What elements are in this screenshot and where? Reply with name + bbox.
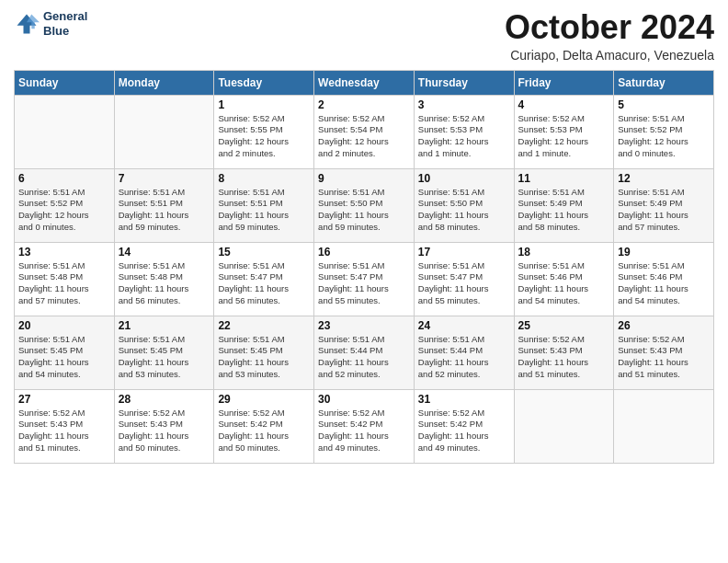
day-info: Sunrise: 5:52 AMSunset: 5:53 PMDaylight:… [418, 113, 510, 160]
day-number: 30 [318, 393, 410, 406]
calendar-cell: 19Sunrise: 5:51 AMSunset: 5:46 PMDayligh… [614, 242, 714, 316]
calendar-cell [614, 389, 714, 463]
day-info: Sunrise: 5:52 AMSunset: 5:43 PMDaylight:… [618, 334, 710, 381]
day-number: 27 [18, 393, 110, 406]
calendar-cell: 18Sunrise: 5:51 AMSunset: 5:46 PMDayligh… [514, 242, 614, 316]
day-number: 2 [318, 98, 410, 111]
day-info: Sunrise: 5:51 AMSunset: 5:48 PMDaylight:… [18, 260, 110, 307]
day-number: 6 [18, 172, 110, 185]
day-info: Sunrise: 5:51 AMSunset: 5:46 PMDaylight:… [518, 260, 610, 307]
day-info: Sunrise: 5:51 AMSunset: 5:47 PMDaylight:… [418, 260, 510, 307]
day-info: Sunrise: 5:51 AMSunset: 5:46 PMDaylight:… [618, 260, 710, 307]
day-number: 23 [318, 319, 410, 332]
day-number: 1 [218, 98, 310, 111]
day-number: 12 [618, 172, 710, 185]
calendar-cell [15, 95, 115, 168]
day-info: Sunrise: 5:51 AMSunset: 5:52 PMDaylight:… [618, 113, 710, 160]
day-info: Sunrise: 5:52 AMSunset: 5:55 PMDaylight:… [218, 113, 310, 160]
calendar-cell: 30Sunrise: 5:52 AMSunset: 5:42 PMDayligh… [314, 389, 415, 463]
day-number: 21 [119, 319, 210, 332]
day-info: Sunrise: 5:52 AMSunset: 5:43 PMDaylight:… [18, 408, 110, 454]
day-number: 28 [119, 393, 210, 406]
day-info: Sunrise: 5:51 AMSunset: 5:47 PMDaylight:… [218, 260, 310, 307]
calendar-cell [114, 95, 214, 168]
day-info: Sunrise: 5:51 AMSunset: 5:51 PMDaylight:… [119, 187, 210, 234]
calendar-cell: 27Sunrise: 5:52 AMSunset: 5:43 PMDayligh… [15, 389, 115, 463]
day-info: Sunrise: 5:52 AMSunset: 5:53 PMDaylight:… [518, 113, 610, 160]
weekday-header: Saturday [614, 70, 714, 95]
calendar-cell: 17Sunrise: 5:51 AMSunset: 5:47 PMDayligh… [414, 242, 514, 316]
day-info: Sunrise: 5:51 AMSunset: 5:45 PMDaylight:… [119, 334, 210, 381]
calendar-cell: 6Sunrise: 5:51 AMSunset: 5:52 PMDaylight… [15, 168, 115, 242]
calendar-cell: 31Sunrise: 5:52 AMSunset: 5:42 PMDayligh… [414, 389, 514, 463]
logo-icon [14, 11, 40, 37]
calendar-cell: 23Sunrise: 5:51 AMSunset: 5:44 PMDayligh… [314, 316, 415, 389]
day-info: Sunrise: 5:51 AMSunset: 5:49 PMDaylight:… [518, 187, 610, 234]
calendar-week-row: 27Sunrise: 5:52 AMSunset: 5:43 PMDayligh… [15, 389, 714, 463]
day-number: 8 [218, 172, 310, 185]
weekday-header: Friday [514, 70, 614, 95]
day-info: Sunrise: 5:51 AMSunset: 5:50 PMDaylight:… [318, 187, 410, 234]
calendar-cell: 11Sunrise: 5:51 AMSunset: 5:49 PMDayligh… [514, 168, 614, 242]
day-number: 17 [418, 246, 510, 259]
calendar-cell [514, 389, 614, 463]
day-number: 19 [618, 246, 710, 259]
calendar-cell: 28Sunrise: 5:52 AMSunset: 5:43 PMDayligh… [114, 389, 214, 463]
day-number: 9 [318, 172, 410, 185]
calendar-cell: 24Sunrise: 5:51 AMSunset: 5:44 PMDayligh… [414, 316, 514, 389]
location-subtitle: Curiapo, Delta Amacuro, Venezuela [505, 48, 714, 63]
calendar-cell: 21Sunrise: 5:51 AMSunset: 5:45 PMDayligh… [114, 316, 214, 389]
day-number: 25 [518, 319, 610, 332]
day-info: Sunrise: 5:52 AMSunset: 5:43 PMDaylight:… [518, 334, 610, 381]
day-number: 24 [418, 319, 510, 332]
calendar-cell: 15Sunrise: 5:51 AMSunset: 5:47 PMDayligh… [214, 242, 314, 316]
calendar-cell: 14Sunrise: 5:51 AMSunset: 5:48 PMDayligh… [114, 242, 214, 316]
calendar-cell: 3Sunrise: 5:52 AMSunset: 5:53 PMDaylight… [414, 95, 514, 168]
weekday-header: Sunday [15, 70, 115, 95]
day-number: 16 [318, 246, 410, 259]
day-info: Sunrise: 5:51 AMSunset: 5:50 PMDaylight:… [418, 187, 510, 234]
calendar-cell: 4Sunrise: 5:52 AMSunset: 5:53 PMDaylight… [514, 95, 614, 168]
logo-text: General Blue [43, 9, 87, 38]
calendar-cell: 22Sunrise: 5:51 AMSunset: 5:45 PMDayligh… [214, 316, 314, 389]
day-number: 7 [119, 172, 210, 185]
weekday-header: Tuesday [214, 70, 314, 95]
day-info: Sunrise: 5:52 AMSunset: 5:42 PMDaylight:… [418, 408, 510, 454]
calendar-cell: 5Sunrise: 5:51 AMSunset: 5:52 PMDaylight… [614, 95, 714, 168]
day-info: Sunrise: 5:51 AMSunset: 5:48 PMDaylight:… [119, 260, 210, 307]
page-header: General Blue October 2024 Curiapo, Delta… [14, 9, 714, 63]
day-number: 20 [18, 319, 110, 332]
day-number: 31 [418, 393, 510, 406]
month-title: October 2024 [505, 9, 714, 46]
day-number: 22 [218, 319, 310, 332]
day-info: Sunrise: 5:51 AMSunset: 5:47 PMDaylight:… [318, 260, 410, 307]
day-number: 29 [218, 393, 310, 406]
day-info: Sunrise: 5:51 AMSunset: 5:44 PMDaylight:… [418, 334, 510, 381]
calendar-cell: 20Sunrise: 5:51 AMSunset: 5:45 PMDayligh… [15, 316, 115, 389]
calendar-cell: 25Sunrise: 5:52 AMSunset: 5:43 PMDayligh… [514, 316, 614, 389]
calendar-header-row: SundayMondayTuesdayWednesdayThursdayFrid… [15, 70, 714, 95]
calendar-cell: 12Sunrise: 5:51 AMSunset: 5:49 PMDayligh… [614, 168, 714, 242]
logo: General Blue [14, 9, 87, 38]
day-number: 5 [618, 98, 710, 111]
weekday-header: Monday [114, 70, 214, 95]
calendar-cell: 1Sunrise: 5:52 AMSunset: 5:55 PMDaylight… [214, 95, 314, 168]
weekday-header: Wednesday [314, 70, 415, 95]
day-number: 3 [418, 98, 510, 111]
day-number: 14 [119, 246, 210, 259]
day-number: 13 [18, 246, 110, 259]
day-info: Sunrise: 5:52 AMSunset: 5:42 PMDaylight:… [218, 408, 310, 454]
calendar-cell: 16Sunrise: 5:51 AMSunset: 5:47 PMDayligh… [314, 242, 415, 316]
calendar-cell: 9Sunrise: 5:51 AMSunset: 5:50 PMDaylight… [314, 168, 415, 242]
title-section: October 2024 Curiapo, Delta Amacuro, Ven… [505, 9, 714, 63]
day-info: Sunrise: 5:51 AMSunset: 5:44 PMDaylight:… [318, 334, 410, 381]
day-number: 18 [518, 246, 610, 259]
calendar-cell: 26Sunrise: 5:52 AMSunset: 5:43 PMDayligh… [614, 316, 714, 389]
calendar-week-row: 1Sunrise: 5:52 AMSunset: 5:55 PMDaylight… [15, 95, 714, 168]
day-info: Sunrise: 5:51 AMSunset: 5:51 PMDaylight:… [218, 187, 310, 234]
day-number: 26 [618, 319, 710, 332]
weekday-header: Thursday [414, 70, 514, 95]
calendar-cell: 7Sunrise: 5:51 AMSunset: 5:51 PMDaylight… [114, 168, 214, 242]
day-info: Sunrise: 5:51 AMSunset: 5:45 PMDaylight:… [18, 334, 110, 381]
calendar-table: SundayMondayTuesdayWednesdayThursdayFrid… [14, 70, 714, 464]
